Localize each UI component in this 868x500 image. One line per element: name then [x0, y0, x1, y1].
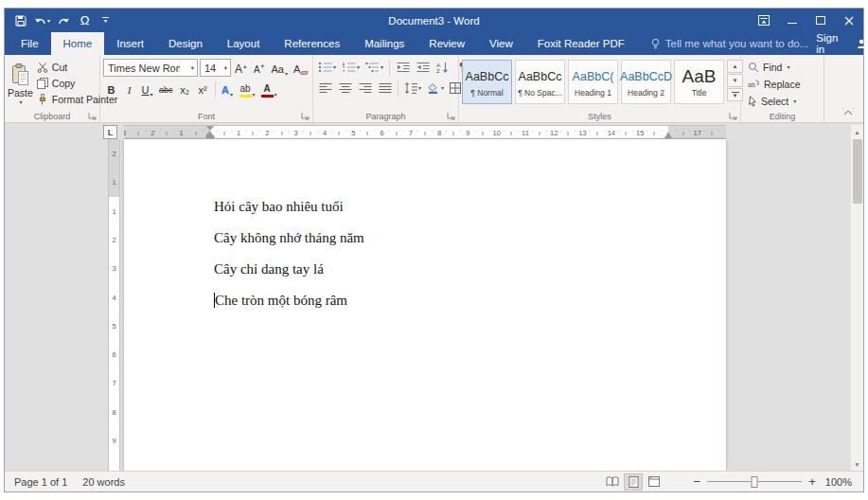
tab-layout[interactable]: Layout — [215, 32, 273, 55]
font-name-combobox[interactable]: Times New Roman ▾ — [103, 59, 198, 77]
clipboard-dialog-launcher[interactable] — [87, 111, 97, 121]
minimize-button[interactable] — [778, 9, 806, 32]
tab-design[interactable]: Design — [156, 32, 215, 55]
zoom-out-button[interactable]: − — [689, 474, 704, 489]
justify-button[interactable] — [376, 80, 394, 97]
strikethrough-button[interactable]: abc — [157, 80, 175, 98]
scroll-up-button[interactable]: ▲ — [851, 125, 863, 138]
find-button[interactable]: Find▾ — [748, 60, 801, 74]
save-button[interactable] — [10, 10, 30, 30]
customize-quick-access-button[interactable]: ▾ — [96, 10, 115, 30]
scrollbar-thumb[interactable] — [853, 139, 862, 204]
document-page[interactable]: Hỏi cây bao nhiêu tuổiCây không nhớ thán… — [124, 139, 726, 471]
web-layout-button[interactable] — [645, 473, 664, 491]
bullets-button[interactable]: ▾ — [316, 59, 338, 76]
shading-icon — [427, 82, 440, 94]
subscript-button[interactable]: x₂ — [177, 80, 193, 98]
zoom-in-button[interactable]: + — [805, 474, 820, 489]
increase-indent-button[interactable] — [414, 59, 432, 76]
paragraph[interactable]: Cây chỉ dang tay lá — [214, 259, 636, 279]
change-case-button[interactable]: Aa▾ — [269, 60, 289, 77]
style-item--no-spac-[interactable]: AaBbCc¶ No Spac... — [515, 60, 565, 104]
bold-button[interactable]: B — [103, 80, 119, 98]
undo-button[interactable]: ▾ — [31, 10, 53, 30]
tab-foxit-reader-pdf[interactable]: Foxit Reader PDF — [525, 32, 637, 55]
numbered-list-icon — [342, 62, 356, 73]
tab-references[interactable]: References — [272, 32, 352, 55]
maximize-button[interactable] — [806, 9, 835, 32]
tab-file[interactable]: File — [9, 32, 51, 55]
styles-dialog-launcher[interactable] — [728, 111, 738, 121]
shading-button[interactable]: ▾ — [425, 80, 446, 97]
share-button[interactable]: Share — [849, 38, 868, 49]
strikethrough-icon: abc — [159, 83, 173, 98]
change-case-icon: Aa — [271, 62, 283, 77]
collapse-ribbon-button[interactable] — [841, 106, 856, 119]
select-button[interactable]: Select▾ — [748, 94, 801, 108]
vertical-scrollbar[interactable]: ▲ ▼ — [850, 125, 863, 471]
ribbon-display-options-button[interactable] — [750, 9, 778, 32]
replace-button[interactable]: ab Replace — [748, 77, 801, 91]
paragraph[interactable]: Che tròn một bóng râm — [214, 290, 636, 311]
style-item--normal[interactable]: AaBbCc¶ Normal — [462, 60, 512, 104]
underline-button[interactable]: U▾ — [139, 80, 155, 98]
font-color-icon: A — [261, 84, 274, 98]
paste-button[interactable]: Paste ▾ — [8, 58, 33, 110]
zoom-slider-thumb[interactable] — [752, 476, 758, 488]
close-button[interactable] — [835, 9, 863, 32]
align-right-button[interactable] — [356, 80, 374, 97]
scroll-down-button[interactable]: ▼ — [851, 457, 863, 471]
zoom-slider[interactable] — [707, 475, 802, 489]
highlight-color-button[interactable]: ab▾ — [238, 80, 257, 98]
right-indent-marker[interactable] — [664, 132, 672, 138]
font-dialog-launcher[interactable] — [300, 111, 310, 121]
styles-gallery: AaBbCc¶ NormalAaBbCc¶ No Spac...AaBbC(He… — [462, 60, 724, 110]
print-layout-button[interactable] — [624, 473, 643, 491]
numbering-button[interactable]: ▾ — [340, 59, 362, 76]
paragraph[interactable]: Hỏi cây bao nhiêu tuổi — [214, 196, 636, 217]
grow-font-button[interactable]: A▲ — [233, 60, 249, 77]
paragraph-dialog-launcher[interactable] — [446, 111, 456, 121]
text-effects-button[interactable]: A▾ — [220, 80, 236, 98]
ruler-number: 17 — [694, 129, 701, 137]
tab-review[interactable]: Review — [416, 32, 477, 55]
ruler-number: 8 — [112, 407, 115, 416]
read-mode-button[interactable] — [603, 473, 622, 491]
sort-button[interactable]: AZ — [434, 59, 452, 76]
shrink-font-button[interactable]: A▼ — [251, 60, 267, 77]
align-left-button[interactable] — [316, 80, 334, 97]
line-spacing-button[interactable]: ▾ — [402, 80, 423, 97]
tell-me-box[interactable]: Tell me what you want to do... — [650, 32, 809, 55]
tab-stop-selector[interactable]: L — [103, 125, 117, 139]
insert-symbol-button[interactable]: Ω — [75, 10, 95, 30]
hanging-indent-marker[interactable] — [205, 131, 214, 138]
font-size-combobox[interactable]: 14 ▾ — [200, 59, 231, 77]
decrease-indent-button[interactable] — [394, 59, 412, 76]
paragraph[interactable]: Cây không nhớ tháng năm — [214, 227, 636, 248]
ruler-dot: · — [617, 128, 619, 134]
style-item-heading-2[interactable]: AaBbCcDHeading 2 — [621, 60, 671, 104]
word-count[interactable]: 20 words — [82, 476, 125, 488]
page-indicator[interactable]: Page 1 of 1 — [14, 476, 67, 488]
multilevel-list-button[interactable]: ▾ — [363, 59, 385, 76]
clear-formatting-button[interactable]: A — [292, 60, 310, 77]
style-item-heading-1[interactable]: AaBbC(Heading 1 — [568, 60, 618, 104]
redo-button[interactable] — [54, 10, 74, 30]
h-ruler[interactable]: 3··2··1····1··2··3··4··5··6··7··8··9··10… — [124, 125, 726, 139]
sign-in-button[interactable]: Sign in — [808, 32, 845, 55]
scrollbar-track[interactable] — [851, 204, 863, 457]
superscript-button[interactable]: x² — [195, 80, 211, 98]
tab-mailings[interactable]: Mailings — [352, 32, 416, 55]
font-color-button[interactable]: A▾ — [259, 80, 279, 98]
tab-view[interactable]: View — [477, 32, 525, 55]
v-ruler[interactable]: 21123456789 — [108, 139, 120, 471]
tab-home[interactable]: Home — [51, 32, 105, 55]
italic-button[interactable]: I — [121, 80, 137, 98]
dialog-launcher-icon — [301, 112, 310, 120]
style-item-title[interactable]: AaBTitle — [674, 60, 724, 104]
zoom-level[interactable]: 100% — [824, 476, 863, 488]
ruler-tick — [568, 132, 569, 135]
align-center-button[interactable] — [336, 80, 354, 97]
ruler-dot: · — [330, 128, 332, 134]
tab-insert[interactable]: Insert — [104, 32, 156, 55]
